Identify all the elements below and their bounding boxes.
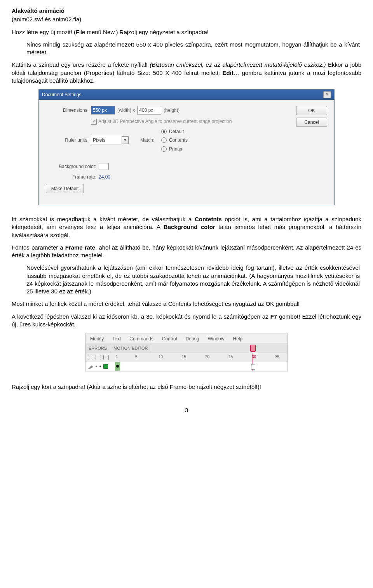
document-settings-dialog: Document Settings × Dimensions: 550 px (… <box>38 89 335 205</box>
ok-button[interactable]: OK <box>296 106 327 115</box>
eye-icon[interactable] <box>88 355 93 360</box>
radio-icon <box>161 146 167 152</box>
menu-text[interactable]: Text <box>112 336 121 342</box>
playhead-icon[interactable] <box>250 345 256 352</box>
ruler-units-dropdown[interactable]: Pixels ▼ <box>91 136 129 144</box>
paragraph-2: Nincs mindig szükség az alapértelmezett … <box>26 41 360 57</box>
ruler-units-label: Ruler units: <box>46 137 91 143</box>
tab-errors[interactable]: ERRORS <box>85 344 110 353</box>
dimensions-label: Dimensions: <box>46 107 91 113</box>
make-default-button[interactable]: Make Default <box>46 184 84 193</box>
paragraph-3: Kattints a színpad egy üres részére a fe… <box>12 61 361 85</box>
page-number: 3 <box>12 406 361 414</box>
frame-rate-label: Frame rate: <box>46 174 99 180</box>
tab-motion-editor[interactable]: MOTION EDITOR <box>110 344 151 353</box>
lock-icon[interactable] <box>96 355 101 360</box>
layer-color-swatch[interactable] <box>103 364 108 369</box>
dialog-title-text: Document Settings <box>42 92 81 98</box>
timeline-track[interactable] <box>115 362 288 371</box>
match-label: Match: <box>140 137 154 143</box>
background-color-label: Background color: <box>46 163 99 170</box>
checkbox-icon: ✓ <box>91 119 97 125</box>
width-x-label: (width) x <box>117 107 135 113</box>
cancel-button[interactable]: Cancel <box>296 118 327 127</box>
height-label: (height) <box>164 107 180 113</box>
radio-icon <box>161 129 167 134</box>
close-icon[interactable]: × <box>323 91 331 98</box>
menu-help[interactable]: Help <box>233 336 242 342</box>
menu-commands[interactable]: Commands <box>129 336 153 342</box>
menu-control[interactable]: Control <box>162 336 177 342</box>
outline-icon[interactable] <box>103 355 109 360</box>
paragraph-5: Fontos paraméter a Frame rate, ahol az á… <box>12 244 361 260</box>
pencil-icon <box>88 364 93 369</box>
paragraph-9: Rajzolj egy kört a színpadra! (Akár a sz… <box>12 383 361 391</box>
paragraph-6: Növelésével gyorsíthatunk a lejátszáson … <box>26 264 360 295</box>
background-color-swatch[interactable] <box>99 163 109 170</box>
chevron-down-icon: ▼ <box>122 136 129 144</box>
radio-icon <box>161 137 167 143</box>
paragraph-4: Itt számokkal is megadhatjuk a kívánt mé… <box>12 215 361 239</box>
timeline-panel: Modify Text Commands Control Debug Windo… <box>85 333 288 371</box>
match-contents-radio[interactable]: Contents <box>161 137 188 143</box>
doc-title: Alakváltó animáció <box>12 7 361 15</box>
menu-window[interactable]: Window <box>208 336 225 342</box>
adjust-3d-checkbox[interactable]: ✓ Adjust 3D Perspective Angle to preserv… <box>91 118 232 125</box>
empty-keyframe-icon[interactable] <box>251 364 255 369</box>
frame-rate-value[interactable]: 24,00 <box>99 174 110 180</box>
paragraph-1: Hozz létre egy új mozit! (File menü New.… <box>12 28 361 36</box>
frame-ruler[interactable]: 1 5 10 15 20 25 30 35 <box>115 353 288 362</box>
match-printer-radio[interactable]: Printer <box>161 146 188 152</box>
height-input[interactable]: 400 px <box>137 106 161 114</box>
menu-debug[interactable]: Debug <box>185 336 199 342</box>
doc-subtitle: (anim02.swf és anim02.fla) <box>12 16 361 23</box>
menu-modify[interactable]: Modify <box>90 336 104 342</box>
width-input[interactable]: 550 px <box>91 106 115 114</box>
paragraph-8: A következő lépésben válaszd ki az időso… <box>12 313 361 329</box>
match-default-radio[interactable]: Default <box>161 128 188 135</box>
paragraph-7: Most minket a fentiek közül a méret érde… <box>12 300 361 308</box>
